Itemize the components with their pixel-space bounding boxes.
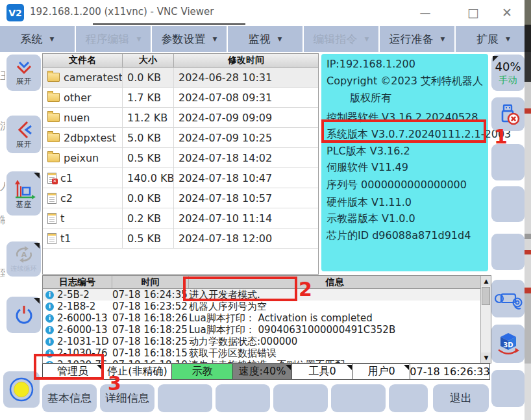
hand-controller-icon xyxy=(493,287,523,310)
table-row[interactable]: other 1.7 KB 2024-07-08 09:31 xyxy=(43,88,318,108)
bottom-empty-button-3[interactable] xyxy=(273,384,328,412)
log-row[interactable]: i2-1031-1D 07-18 16:18:25 动力学数据状态:000000 xyxy=(43,336,491,347)
status-speed[interactable]: 速度:40% xyxy=(232,364,292,380)
title-bar: V2 192.168.1.200 (x11vnc) - VNC Viewer —… xyxy=(0,0,531,25)
table-row[interactable]: peixun 0.5 KB 2024-07-18 14:02 xyxy=(43,148,318,168)
corner-triangle-icon xyxy=(347,365,352,370)
scroll-up-icon[interactable]: ▲ xyxy=(481,276,491,286)
bottom-empty-button-2[interactable] xyxy=(216,384,270,412)
sidebar-empty-button-3[interactable] xyxy=(491,234,525,270)
sidebar-empty-button-2[interactable] xyxy=(491,186,525,222)
log-message: Lua脚本打印： Activation is completed xyxy=(189,312,480,325)
coordinate-axes-icon xyxy=(12,179,36,199)
file-size: 0.0 KB xyxy=(123,188,174,208)
folder-icon xyxy=(47,153,60,162)
drag-teach-button[interactable] xyxy=(491,280,525,317)
power-button[interactable] xyxy=(6,297,41,333)
menu-extend[interactable]: 扩展▼ xyxy=(456,26,531,52)
status-teach-mode[interactable]: 示教 xyxy=(171,364,233,380)
column-header-message[interactable]: 信息 xyxy=(189,276,480,288)
log-row[interactable]: i2-6000-13 07-18 16:18:26 Lua脚本打印： Activ… xyxy=(43,312,491,324)
button-label: 基座 xyxy=(16,201,32,209)
file-name: peixun xyxy=(64,152,99,164)
log-time: 07-18 16:23:52 xyxy=(112,301,189,312)
background-window-fragment xyxy=(525,254,531,288)
view-3d-button[interactable]: 3D xyxy=(491,325,525,363)
info-servo-version: 伺服软件 V11.49 xyxy=(327,161,408,175)
base-frame-button[interactable]: 基座 xyxy=(6,171,41,216)
table-row[interactable]: cameratest 0.0 KB 2024-06-28 10:31 xyxy=(43,68,318,88)
status-user-frame[interactable]: 用户0 xyxy=(352,364,410,380)
status-text: 速度:40% xyxy=(239,365,286,378)
annotation-number-2: 2 xyxy=(299,280,312,299)
info-icon: i xyxy=(45,338,54,346)
minimize-button[interactable]: — xyxy=(415,5,435,20)
expand-left-button[interactable]: 展开 xyxy=(6,116,41,153)
background-fragment: 人 xyxy=(0,180,5,193)
speed-mode-button[interactable]: 40% 手动 xyxy=(491,55,525,91)
status-tool-frame[interactable]: 工具0 xyxy=(291,364,353,380)
double-chevron-down-icon xyxy=(14,60,34,76)
background-window-fragment xyxy=(525,288,531,293)
log-row-clipped[interactable]: i2-1030-76 07-18 16:18:10 请先点击拖拽校准，否则位置不… xyxy=(43,359,491,364)
info-pendant-version: 示教器版本 V1.0.0 xyxy=(327,212,415,226)
log-id: 2-1B8-2 xyxy=(57,301,95,312)
status-indicator-button[interactable] xyxy=(3,371,40,408)
menu-system[interactable]: 系统▼ xyxy=(0,26,75,52)
menu-program-edit[interactable]: 程序编辑▼ xyxy=(76,26,151,52)
background-window-fragment xyxy=(525,364,531,420)
loop-cycle-icon: A xyxy=(13,246,35,263)
menu-parameter-settings[interactable]: 参数设置▼ xyxy=(152,26,227,52)
bottom-empty-button-4[interactable] xyxy=(331,384,386,412)
sidebar-empty-button-4[interactable] xyxy=(491,370,525,407)
column-header-time[interactable]: 时间 xyxy=(112,276,189,288)
menu-edit-command[interactable]: 编辑指令▼ xyxy=(304,26,378,52)
menu-monitor[interactable]: 监视▼ xyxy=(228,26,303,52)
info-icon: i xyxy=(45,326,54,334)
bottom-empty-button-5[interactable] xyxy=(389,384,428,412)
vnc-viewer-window: V2 192.168.1.200 (x11vnc) - VNC Viewer —… xyxy=(0,0,531,420)
table-row[interactable]: c1 140.0 KB 2024-07-18 10:47 xyxy=(43,168,318,188)
folder-icon xyxy=(47,93,60,102)
table-row[interactable]: t1 0.5 KB 2024-07-18 12:00 xyxy=(43,229,318,249)
file-name: 2dbpxtest xyxy=(64,132,116,144)
sidebar-empty-button-1[interactable] xyxy=(491,144,525,180)
log-row[interactable]: i2-1B8-2 07-18 16:23:52 机器人序列号为空 xyxy=(43,301,491,312)
column-header-modified[interactable]: 修改时间 xyxy=(174,54,318,67)
exit-button[interactable]: 退出 xyxy=(433,384,489,412)
chevron-down-icon: ▼ xyxy=(137,36,142,42)
background-window-fragment xyxy=(525,250,531,254)
close-button[interactable]: ✕ xyxy=(497,5,517,20)
info-system-version: 系统版本 V3.0.7.20240111.2.1-2003 xyxy=(327,128,511,142)
basic-info-tab[interactable]: 基本信息 xyxy=(42,384,97,412)
column-header-filename[interactable]: 文件名 xyxy=(43,54,123,67)
log-scrollbar[interactable]: ▲ ▼ xyxy=(480,276,491,363)
log-id: 2-5B-2 xyxy=(57,289,90,301)
scroll-down-icon[interactable]: ▼ xyxy=(481,352,491,363)
table-row[interactable]: nuen 11.2 KB 2024-07-09 09:09 xyxy=(43,108,318,128)
table-row[interactable]: c2 0.0 KB 2024-07-18 10:57 xyxy=(43,188,318,208)
info-copyright: Copyright ©2023 艾利特机器人 xyxy=(327,75,483,88)
status-text: 07-18 16:26:33 xyxy=(410,365,489,378)
background-window-fragment xyxy=(525,52,531,82)
maximize-button[interactable]: □ xyxy=(463,5,483,20)
log-message: 请先点击拖拽校准，否则位置不匹配 xyxy=(189,359,480,364)
log-row[interactable]: i2-5B-2 07-18 16:24:35 进入开发者模式. xyxy=(43,289,491,301)
menu-label: 系统 xyxy=(21,32,43,47)
continuous-loop-button[interactable]: A 连续循环 xyxy=(6,241,41,277)
expand-down-button[interactable]: 展开 xyxy=(6,55,41,91)
menu-run-prepare[interactable]: 运行准备▼ xyxy=(380,26,454,52)
column-header-log-id[interactable]: 日志编号 xyxy=(43,276,112,288)
info-icon: i xyxy=(45,303,54,311)
table-row[interactable]: 2dbpxtest 5.0 KB 2024-07-09 10:25 xyxy=(43,128,318,148)
scrollbar-thumb[interactable] xyxy=(482,287,490,305)
log-time: 07-18 16:24:35 xyxy=(112,289,189,301)
column-header-size[interactable]: 大小 xyxy=(123,54,174,67)
table-row[interactable]: t 0.2 KB 2024-07-10 11:14 xyxy=(43,208,318,229)
log-row[interactable]: i2-1030-76 07-18 16:18:15 获取干涉区数据错误 xyxy=(43,347,491,359)
vnc-logo-icon: V2 xyxy=(6,4,24,21)
bottom-empty-button-1[interactable] xyxy=(158,384,212,412)
file-error-icon xyxy=(47,173,56,184)
status-user-role[interactable]: 管理员 xyxy=(42,364,103,380)
log-row[interactable]: i2-6000-13 07-18 16:18:25 Lua脚本打印： 09040… xyxy=(43,324,491,336)
